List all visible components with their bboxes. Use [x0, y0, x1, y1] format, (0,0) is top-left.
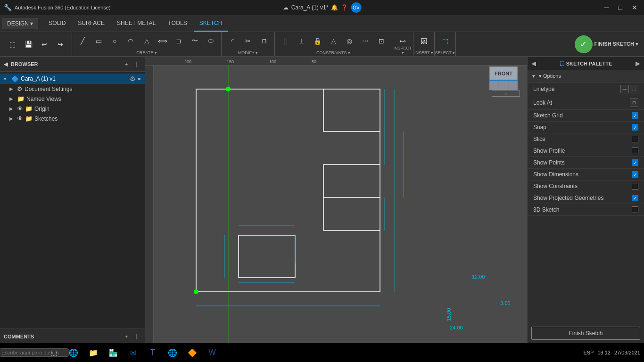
help-icon[interactable]: ❓: [341, 4, 348, 11]
minimize-button[interactable]: ─: [602, 3, 612, 12]
task-view-button[interactable]: ⬚: [45, 344, 62, 361]
palette-row-slice: Slice: [528, 133, 644, 145]
left-panel: ◀ BROWSER + ‖ ▾ 🔷 Cara_A (1) v1 ⚙ ● ▶ ⚙ …: [0, 57, 145, 344]
palette-row-show-dimensions: Show Dimensions ✓: [528, 169, 644, 181]
comments-title: COMMENTS: [4, 334, 34, 339]
chrome-taskbar[interactable]: 🌐: [164, 344, 181, 361]
store-taskbar[interactable]: 🏪: [105, 344, 122, 361]
mail-taskbar[interactable]: ✉: [124, 344, 141, 361]
insert-image[interactable]: 🖼: [416, 33, 431, 49]
view-cube-bottom[interactable]: [499, 81, 508, 90]
line-tool[interactable]: ╱: [75, 33, 90, 49]
3d-sketch-checkbox[interactable]: [632, 206, 638, 213]
redo-button[interactable]: ↪: [53, 37, 68, 52]
tree-item-eye[interactable]: ●: [138, 75, 141, 82]
show-projected-checkbox[interactable]: ✓: [632, 195, 638, 201]
sketch-grid-checkbox[interactable]: ✓: [632, 112, 638, 119]
palette-row-linetype: Linetype — ⬚: [528, 82, 644, 96]
tree-item-root[interactable]: ▾ 🔷 Cara_A (1) v1 ⚙ ●: [0, 74, 145, 84]
finish-sketch-button[interactable]: Finish Sketch: [531, 327, 640, 340]
file-explorer-taskbar[interactable]: 📁: [85, 344, 102, 361]
user-avatar[interactable]: GV: [351, 2, 361, 13]
show-constraints-label: Show Constraints: [533, 183, 632, 189]
fillet-tool[interactable]: ◜: [224, 33, 239, 49]
symmetry-constraint[interactable]: ⋯: [358, 33, 373, 49]
close-button[interactable]: ✕: [629, 3, 640, 12]
tree-item-doc-settings[interactable]: ▶ ⚙ Document Settings: [0, 84, 145, 94]
trim-tool[interactable]: ✂: [240, 33, 256, 49]
view-cube-left[interactable]: [489, 81, 499, 90]
coincident-constraint[interactable]: ⊡: [374, 33, 389, 49]
lock-constraint[interactable]: 🔒: [310, 33, 325, 49]
palette-title-text: SKETCH PALETTE: [566, 61, 612, 66]
polygon-tool[interactable]: △: [139, 33, 154, 49]
palette-expand-right[interactable]: ▶: [636, 60, 640, 67]
select-tool[interactable]: ⬚: [438, 33, 453, 49]
select-label: SELECT ▾: [435, 50, 455, 55]
tree-item-origin[interactable]: ▶ 👁 📁 Origin: [0, 104, 145, 114]
new-button[interactable]: ⬚: [5, 37, 20, 52]
design-dropdown-button[interactable]: DESIGN ▾: [2, 18, 38, 29]
browser-collapse-button[interactable]: ‖: [132, 60, 141, 68]
view-cube[interactable]: FRONT ⌂: [489, 66, 522, 99]
circle-tool[interactable]: ○: [107, 33, 122, 49]
tree-item-named-views[interactable]: ▶ 📁 Named Views: [0, 94, 145, 104]
arc-tool[interactable]: ◠: [123, 33, 138, 49]
mirror-tool[interactable]: ⟺: [155, 33, 170, 49]
show-constraints-checkbox[interactable]: [632, 183, 638, 189]
sketch-grid-label: Sketch Grid: [533, 112, 632, 119]
title-left: 🔧 Autodesk Fusion 360 (Education License…: [4, 4, 111, 11]
view-cube-face[interactable]: FRONT: [489, 66, 518, 81]
linetype-icon-2[interactable]: ⬚: [630, 85, 638, 93]
notification-icon[interactable]: 🔔: [331, 4, 338, 11]
teams-taskbar[interactable]: T: [144, 344, 161, 361]
tab-tools[interactable]: TOOLS: [162, 15, 192, 32]
rect-tool[interactable]: ▭: [91, 33, 106, 49]
quickaccess-section: ⬚ 💾 ↩ ↪: [2, 32, 72, 56]
tree-item-menu[interactable]: ⚙: [130, 75, 136, 82]
comments-collapse-button[interactable]: ‖: [132, 332, 141, 341]
edge-browser-taskbar[interactable]: 🌐: [65, 344, 82, 361]
constraints-section: ∥ ⊥ 🔒 △ ◎ ⋯ ⊡ CONSTRAINTS ▾: [275, 32, 392, 56]
options-chevron-icon: ▾: [532, 73, 535, 79]
search-taskbar-button[interactable]: [25, 344, 42, 361]
linetype-icon-1[interactable]: —: [620, 85, 629, 93]
maximize-button[interactable]: □: [616, 3, 625, 12]
lookat-icon[interactable]: ⊡: [630, 99, 638, 107]
browser-add-button[interactable]: +: [122, 60, 131, 68]
finish-sketch-checkmark-button[interactable]: ✓: [575, 35, 593, 53]
snap-checkbox[interactable]: ✓: [632, 124, 638, 131]
save-button[interactable]: 💾: [21, 37, 36, 52]
canvas-area[interactable]: -200 -150 -100 -50: [145, 57, 527, 344]
perp-constraint[interactable]: ⊥: [294, 33, 309, 49]
show-profile-checkbox[interactable]: [632, 148, 638, 154]
taskbar-left: ⊞ ⬚ 🌐 📁 🏪 ✉ T 🌐 🔶 W: [4, 343, 221, 362]
tab-sheet-metal[interactable]: SHEET METAL: [111, 15, 161, 32]
slice-checkbox[interactable]: [632, 136, 638, 142]
concentric-constraint[interactable]: ◎: [342, 33, 357, 49]
view-cube-right[interactable]: [508, 81, 518, 90]
show-dimensions-checkbox[interactable]: ✓: [632, 171, 638, 178]
parallel-constraint[interactable]: ∥: [278, 33, 293, 49]
palette-row-3d-sketch: 3D Sketch: [528, 204, 644, 216]
tab-solid[interactable]: SOLID: [43, 15, 71, 32]
spline-tool[interactable]: 〜: [187, 33, 202, 49]
tab-sketch[interactable]: SKETCH: [194, 15, 228, 32]
comments-add-button[interactable]: +: [122, 332, 131, 341]
lookat-label: Look At: [533, 99, 630, 106]
slot-tool[interactable]: ⊓: [256, 33, 272, 49]
undo-button[interactable]: ↩: [37, 37, 52, 52]
tree-chevron-sketches: ▶: [9, 116, 15, 121]
tab-surface[interactable]: SURFACE: [72, 15, 110, 32]
palette-collapse-left[interactable]: ◀: [531, 60, 536, 67]
offset-tool[interactable]: ⊐: [171, 33, 186, 49]
view-home-button[interactable]: ⌂: [492, 90, 520, 97]
tree-item-sketches[interactable]: ▶ 👁 📁 Sketches: [0, 114, 145, 123]
show-points-checkbox[interactable]: ✓: [632, 159, 638, 166]
ellipse-tool[interactable]: ⬭: [203, 33, 218, 49]
main-area: ◀ BROWSER + ‖ ▾ 🔷 Cara_A (1) v1 ⚙ ● ▶ ⚙ …: [0, 57, 644, 344]
equal-constraint[interactable]: △: [326, 33, 341, 49]
options-section-header[interactable]: ▾ ▾ Options: [528, 70, 644, 82]
app8-taskbar[interactable]: 🔶: [184, 344, 201, 361]
word-taskbar[interactable]: W: [204, 344, 221, 361]
